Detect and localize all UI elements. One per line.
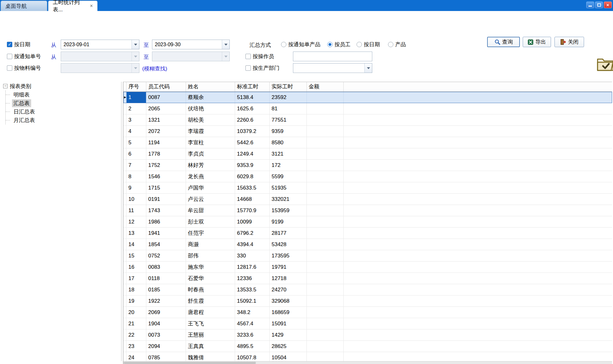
table-cell[interactable]: 1625.6 xyxy=(235,103,270,114)
table-cell[interactable]: 19791 xyxy=(270,262,307,273)
table-cell[interactable]: 1922 xyxy=(146,295,186,307)
table-cell[interactable]: 14668 xyxy=(235,194,270,205)
table-cell[interactable]: 0087 xyxy=(146,92,186,103)
table-cell[interactable]: 6796.2 xyxy=(235,228,270,239)
table-cell[interactable]: 0191 xyxy=(146,194,186,205)
table-cell[interactable]: 舒生霞 xyxy=(186,295,235,307)
horizontal-scrollbar[interactable] xyxy=(123,361,612,364)
tab-worktime-statistics[interactable]: 工时统计列表... × xyxy=(48,1,98,11)
table-cell[interactable]: 4 xyxy=(127,126,146,137)
table-cell[interactable]: 1778 xyxy=(146,148,186,160)
table-cell[interactable]: 林好芳 xyxy=(186,160,235,171)
material-combo[interactable] xyxy=(61,63,139,73)
table-cell[interactable] xyxy=(307,295,344,307)
notice-to-combo[interactable] xyxy=(152,52,230,61)
table-row[interactable]: 100191卢云云14668332021 xyxy=(123,194,612,205)
radio-by-notice-product[interactable] xyxy=(281,42,286,47)
table-cell[interactable] xyxy=(307,160,344,171)
table-cell[interactable]: 3121 xyxy=(270,148,307,160)
table-row[interactable]: 240785魏雅倩10507.810504 xyxy=(123,352,612,361)
table-cell[interactable]: 伏培艳 xyxy=(186,103,235,114)
table-row[interactable]: 170118石爱华1233612718 xyxy=(123,273,612,284)
notice-from-combo[interactable] xyxy=(61,52,139,61)
table-cell[interactable]: 1752 xyxy=(146,160,186,171)
table-cell[interactable]: 22 xyxy=(127,329,146,341)
by-department-checkbox[interactable] xyxy=(245,65,251,71)
chevron-down-icon[interactable] xyxy=(364,63,372,73)
fuzzy-search-link[interactable]: (模糊查找) xyxy=(142,65,167,72)
table-cell[interactable] xyxy=(307,182,344,194)
table-cell[interactable]: 1194 xyxy=(146,137,186,148)
table-cell[interactable]: 10504 xyxy=(270,352,307,361)
table-cell[interactable]: 施东华 xyxy=(186,262,235,273)
table-row[interactable]: 22065伏培艳1625.681 xyxy=(123,103,612,114)
table-cell[interactable] xyxy=(307,148,344,160)
table-cell[interactable]: 李宣柱 xyxy=(186,137,235,148)
table-cell[interactable]: 51935 xyxy=(270,182,307,194)
maximize-button[interactable] xyxy=(595,2,603,8)
table-cell[interactable]: 1429 xyxy=(270,329,307,341)
table-cell[interactable] xyxy=(307,341,344,352)
table-cell[interactable]: 8580 xyxy=(270,137,307,148)
by-material-checkbox[interactable] xyxy=(7,65,12,71)
table-cell[interactable]: 348.2 xyxy=(235,307,270,318)
table-cell[interactable]: 168659 xyxy=(270,307,307,318)
column-header-employee-code[interactable]: 员工代码 xyxy=(146,82,186,91)
table-cell[interactable]: 李瑞霞 xyxy=(186,126,235,137)
table-cell[interactable]: 1715 xyxy=(146,182,186,194)
table-cell[interactable]: 12817.6 xyxy=(235,262,270,273)
table-cell[interactable]: 任范宇 xyxy=(186,228,235,239)
table-cell[interactable]: 7 xyxy=(127,160,146,171)
table-row[interactable]: 81546龙长燕6029.85599 xyxy=(123,171,612,182)
table-cell[interactable]: 2069 xyxy=(146,307,186,318)
table-cell[interactable]: 1 xyxy=(127,92,146,103)
table-cell[interactable]: 8 xyxy=(127,171,146,182)
table-cell[interactable]: 卢国华 xyxy=(186,182,235,194)
table-cell[interactable]: 1321 xyxy=(146,114,186,126)
table-cell[interactable]: 1941 xyxy=(146,228,186,239)
table-cell[interactable] xyxy=(307,273,344,284)
close-view-button[interactable]: 关闭 xyxy=(554,37,584,47)
column-header-name[interactable]: 姓名 xyxy=(186,82,235,91)
table-row[interactable]: 42072李瑞霞10379.29359 xyxy=(123,126,612,137)
table-cell[interactable] xyxy=(307,307,344,318)
table-cell[interactable]: 23592 xyxy=(270,92,307,103)
table-cell[interactable]: 10379.2 xyxy=(235,126,270,137)
table-cell[interactable]: 1986 xyxy=(146,216,186,228)
table-cell[interactable]: 329068 xyxy=(270,295,307,307)
table-cell[interactable]: 14 xyxy=(127,239,146,250)
table-cell[interactable]: 332021 xyxy=(270,194,307,205)
table-cell[interactable] xyxy=(307,284,344,295)
table-row[interactable]: 71752林好芳9353.9172 xyxy=(123,160,612,171)
table-row[interactable]: 131941任范宇6796.228177 xyxy=(123,228,612,239)
table-cell[interactable] xyxy=(307,126,344,137)
table-cell[interactable]: 10 xyxy=(127,194,146,205)
chevron-down-icon[interactable] xyxy=(132,40,139,49)
chevron-down-icon[interactable] xyxy=(132,63,139,73)
table-cell[interactable] xyxy=(307,205,344,216)
table-row[interactable]: 180185时春燕13533.524270 xyxy=(123,284,612,295)
table-cell[interactable]: 11 xyxy=(127,205,146,216)
table-cell[interactable]: 28177 xyxy=(270,228,307,239)
table-cell[interactable]: 23 xyxy=(127,341,146,352)
table-row[interactable]: 121986彭士双100999199 xyxy=(123,216,612,228)
table-row[interactable]: 31321胡松美2260.677551 xyxy=(123,114,612,126)
table-cell[interactable]: 13533.5 xyxy=(235,284,270,295)
table-cell[interactable]: 4895.5 xyxy=(235,341,270,352)
tree-root-item[interactable]: − 报表类别 xyxy=(1,82,121,91)
table-row[interactable]: 191922舒生霞15092.1329068 xyxy=(123,295,612,307)
table-cell[interactable]: 6 xyxy=(127,148,146,160)
by-date-checkbox[interactable] xyxy=(7,42,12,47)
table-cell[interactable]: 1854 xyxy=(146,239,186,250)
table-cell[interactable]: 2094 xyxy=(146,341,186,352)
tree-item-detail[interactable]: 明细表 xyxy=(6,91,121,99)
radio-product[interactable] xyxy=(388,42,393,47)
table-cell[interactable]: 5138.4 xyxy=(235,92,270,103)
tree-item-monthly-summary[interactable]: 月汇总表 xyxy=(6,116,121,124)
table-cell[interactable]: 魏雅倩 xyxy=(186,352,235,361)
table-cell[interactable]: 邵伟 xyxy=(186,250,235,262)
table-cell[interactable] xyxy=(307,228,344,239)
column-header-amount[interactable]: 金额 xyxy=(307,82,344,91)
query-button[interactable]: 查询 xyxy=(487,37,520,47)
table-cell[interactable]: 4394.4 xyxy=(235,239,270,250)
